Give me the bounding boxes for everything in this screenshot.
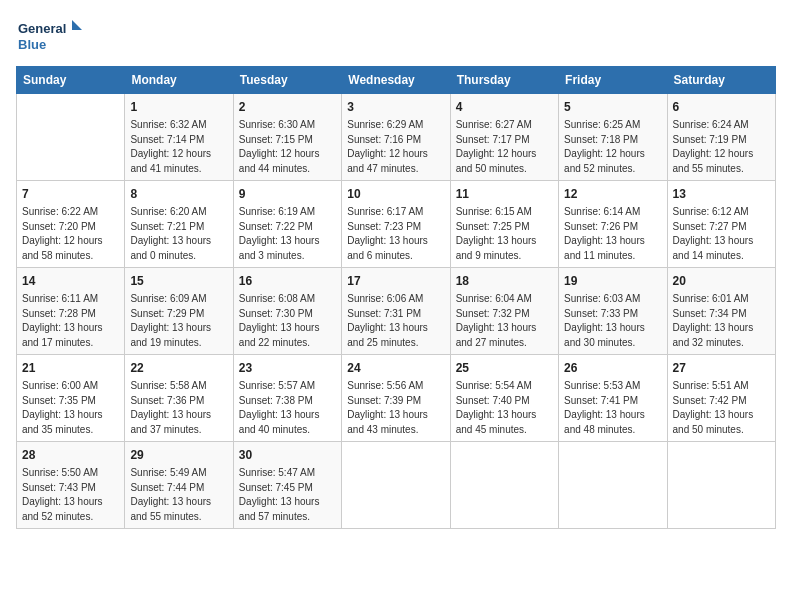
cell-info: Sunrise: 6:11 AMSunset: 7:28 PMDaylight:… (22, 292, 119, 350)
calendar-cell: 23Sunrise: 5:57 AMSunset: 7:38 PMDayligh… (233, 355, 341, 442)
day-number: 2 (239, 98, 336, 116)
cell-info: Sunrise: 6:06 AMSunset: 7:31 PMDaylight:… (347, 292, 444, 350)
page-header: General Blue (16, 16, 776, 56)
calendar-cell: 18Sunrise: 6:04 AMSunset: 7:32 PMDayligh… (450, 268, 558, 355)
day-number: 7 (22, 185, 119, 203)
calendar-cell: 5Sunrise: 6:25 AMSunset: 7:18 PMDaylight… (559, 94, 667, 181)
day-number: 8 (130, 185, 227, 203)
calendar-cell: 13Sunrise: 6:12 AMSunset: 7:27 PMDayligh… (667, 181, 775, 268)
calendar-cell (559, 442, 667, 529)
day-number: 21 (22, 359, 119, 377)
day-number: 19 (564, 272, 661, 290)
cell-info: Sunrise: 6:08 AMSunset: 7:30 PMDaylight:… (239, 292, 336, 350)
calendar-cell: 27Sunrise: 5:51 AMSunset: 7:42 PMDayligh… (667, 355, 775, 442)
calendar-cell: 6Sunrise: 6:24 AMSunset: 7:19 PMDaylight… (667, 94, 775, 181)
calendar-cell: 26Sunrise: 5:53 AMSunset: 7:41 PMDayligh… (559, 355, 667, 442)
day-number: 23 (239, 359, 336, 377)
day-number: 24 (347, 359, 444, 377)
calendar-cell: 9Sunrise: 6:19 AMSunset: 7:22 PMDaylight… (233, 181, 341, 268)
day-number: 4 (456, 98, 553, 116)
calendar-cell: 29Sunrise: 5:49 AMSunset: 7:44 PMDayligh… (125, 442, 233, 529)
logo: General Blue (16, 16, 86, 56)
cell-info: Sunrise: 5:49 AMSunset: 7:44 PMDaylight:… (130, 466, 227, 524)
calendar-cell: 15Sunrise: 6:09 AMSunset: 7:29 PMDayligh… (125, 268, 233, 355)
cell-info: Sunrise: 6:24 AMSunset: 7:19 PMDaylight:… (673, 118, 770, 176)
calendar-week-row: 21Sunrise: 6:00 AMSunset: 7:35 PMDayligh… (17, 355, 776, 442)
day-number: 29 (130, 446, 227, 464)
calendar-cell: 7Sunrise: 6:22 AMSunset: 7:20 PMDaylight… (17, 181, 125, 268)
calendar-cell: 17Sunrise: 6:06 AMSunset: 7:31 PMDayligh… (342, 268, 450, 355)
cell-info: Sunrise: 5:58 AMSunset: 7:36 PMDaylight:… (130, 379, 227, 437)
calendar-table: SundayMondayTuesdayWednesdayThursdayFrid… (16, 66, 776, 529)
calendar-cell: 16Sunrise: 6:08 AMSunset: 7:30 PMDayligh… (233, 268, 341, 355)
day-number: 17 (347, 272, 444, 290)
day-header-friday: Friday (559, 67, 667, 94)
cell-info: Sunrise: 6:25 AMSunset: 7:18 PMDaylight:… (564, 118, 661, 176)
day-number: 9 (239, 185, 336, 203)
cell-info: Sunrise: 6:09 AMSunset: 7:29 PMDaylight:… (130, 292, 227, 350)
calendar-cell: 1Sunrise: 6:32 AMSunset: 7:14 PMDaylight… (125, 94, 233, 181)
cell-info: Sunrise: 6:27 AMSunset: 7:17 PMDaylight:… (456, 118, 553, 176)
day-number: 27 (673, 359, 770, 377)
day-header-wednesday: Wednesday (342, 67, 450, 94)
cell-info: Sunrise: 6:32 AMSunset: 7:14 PMDaylight:… (130, 118, 227, 176)
day-number: 22 (130, 359, 227, 377)
calendar-cell (450, 442, 558, 529)
calendar-cell: 10Sunrise: 6:17 AMSunset: 7:23 PMDayligh… (342, 181, 450, 268)
cell-info: Sunrise: 5:50 AMSunset: 7:43 PMDaylight:… (22, 466, 119, 524)
calendar-cell: 3Sunrise: 6:29 AMSunset: 7:16 PMDaylight… (342, 94, 450, 181)
day-number: 30 (239, 446, 336, 464)
day-number: 12 (564, 185, 661, 203)
calendar-cell: 20Sunrise: 6:01 AMSunset: 7:34 PMDayligh… (667, 268, 775, 355)
day-number: 10 (347, 185, 444, 203)
day-number: 5 (564, 98, 661, 116)
calendar-cell: 8Sunrise: 6:20 AMSunset: 7:21 PMDaylight… (125, 181, 233, 268)
day-number: 1 (130, 98, 227, 116)
cell-info: Sunrise: 6:30 AMSunset: 7:15 PMDaylight:… (239, 118, 336, 176)
cell-info: Sunrise: 6:17 AMSunset: 7:23 PMDaylight:… (347, 205, 444, 263)
day-number: 6 (673, 98, 770, 116)
svg-text:General: General (18, 21, 66, 36)
cell-info: Sunrise: 6:04 AMSunset: 7:32 PMDaylight:… (456, 292, 553, 350)
day-number: 13 (673, 185, 770, 203)
day-number: 11 (456, 185, 553, 203)
cell-info: Sunrise: 6:14 AMSunset: 7:26 PMDaylight:… (564, 205, 661, 263)
cell-info: Sunrise: 6:01 AMSunset: 7:34 PMDaylight:… (673, 292, 770, 350)
cell-info: Sunrise: 5:56 AMSunset: 7:39 PMDaylight:… (347, 379, 444, 437)
calendar-cell: 30Sunrise: 5:47 AMSunset: 7:45 PMDayligh… (233, 442, 341, 529)
calendar-cell: 4Sunrise: 6:27 AMSunset: 7:17 PMDaylight… (450, 94, 558, 181)
cell-info: Sunrise: 6:15 AMSunset: 7:25 PMDaylight:… (456, 205, 553, 263)
day-number: 25 (456, 359, 553, 377)
calendar-week-row: 14Sunrise: 6:11 AMSunset: 7:28 PMDayligh… (17, 268, 776, 355)
svg-marker-2 (72, 20, 82, 30)
svg-text:Blue: Blue (18, 37, 46, 52)
cell-info: Sunrise: 6:00 AMSunset: 7:35 PMDaylight:… (22, 379, 119, 437)
calendar-cell: 28Sunrise: 5:50 AMSunset: 7:43 PMDayligh… (17, 442, 125, 529)
cell-info: Sunrise: 6:19 AMSunset: 7:22 PMDaylight:… (239, 205, 336, 263)
calendar-week-row: 7Sunrise: 6:22 AMSunset: 7:20 PMDaylight… (17, 181, 776, 268)
calendar-cell: 24Sunrise: 5:56 AMSunset: 7:39 PMDayligh… (342, 355, 450, 442)
day-number: 15 (130, 272, 227, 290)
calendar-cell (667, 442, 775, 529)
calendar-cell: 21Sunrise: 6:00 AMSunset: 7:35 PMDayligh… (17, 355, 125, 442)
cell-info: Sunrise: 5:51 AMSunset: 7:42 PMDaylight:… (673, 379, 770, 437)
cell-info: Sunrise: 6:29 AMSunset: 7:16 PMDaylight:… (347, 118, 444, 176)
day-number: 16 (239, 272, 336, 290)
cell-info: Sunrise: 5:54 AMSunset: 7:40 PMDaylight:… (456, 379, 553, 437)
day-header-tuesday: Tuesday (233, 67, 341, 94)
day-header-monday: Monday (125, 67, 233, 94)
cell-info: Sunrise: 6:03 AMSunset: 7:33 PMDaylight:… (564, 292, 661, 350)
cell-info: Sunrise: 5:47 AMSunset: 7:45 PMDaylight:… (239, 466, 336, 524)
cell-info: Sunrise: 5:53 AMSunset: 7:41 PMDaylight:… (564, 379, 661, 437)
cell-info: Sunrise: 6:22 AMSunset: 7:20 PMDaylight:… (22, 205, 119, 263)
day-number: 26 (564, 359, 661, 377)
logo-svg: General Blue (16, 16, 86, 56)
calendar-cell: 19Sunrise: 6:03 AMSunset: 7:33 PMDayligh… (559, 268, 667, 355)
calendar-cell: 2Sunrise: 6:30 AMSunset: 7:15 PMDaylight… (233, 94, 341, 181)
day-number: 18 (456, 272, 553, 290)
day-header-saturday: Saturday (667, 67, 775, 94)
day-header-sunday: Sunday (17, 67, 125, 94)
calendar-cell: 25Sunrise: 5:54 AMSunset: 7:40 PMDayligh… (450, 355, 558, 442)
cell-info: Sunrise: 6:20 AMSunset: 7:21 PMDaylight:… (130, 205, 227, 263)
day-header-thursday: Thursday (450, 67, 558, 94)
